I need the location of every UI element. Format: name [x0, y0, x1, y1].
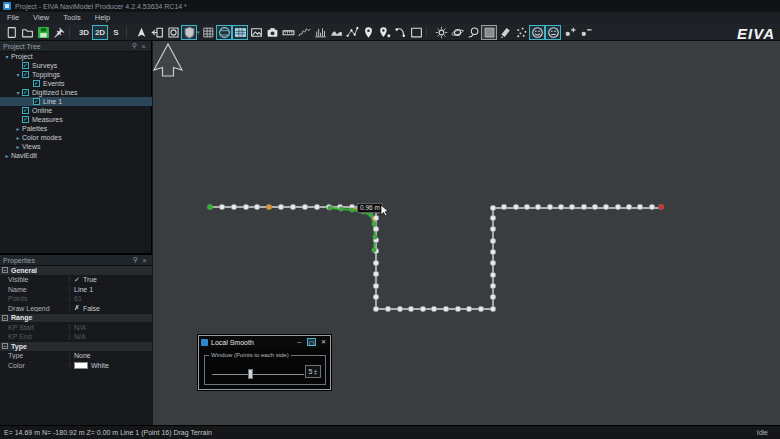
location-pin-add-icon[interactable]	[376, 25, 392, 40]
property-row-name[interactable]: NameLine 1	[0, 285, 152, 295]
route-points-icon[interactable]	[344, 25, 360, 40]
tree-item-toppings[interactable]: ▾✓Toppings	[0, 70, 152, 79]
profile-bars-icon[interactable]	[312, 25, 328, 40]
tree-item-naviedit[interactable]: ▸NaviEdit	[0, 151, 152, 160]
grid-icon[interactable]	[200, 25, 216, 40]
window-spinbox[interactable]: 5 ▲▼	[305, 365, 321, 378]
close-icon[interactable]: ×	[140, 257, 149, 264]
expand-closed-icon[interactable]: ▸	[14, 134, 22, 141]
pin-icon[interactable]: ⚲	[131, 256, 140, 264]
tree-item-online[interactable]: ✓Online	[0, 106, 152, 115]
tree-item-digitized-lines[interactable]: ▾✓Digitized Lines	[0, 88, 152, 97]
expand-closed-icon[interactable]: ▸	[14, 125, 22, 132]
table-icon[interactable]	[232, 25, 248, 40]
tree-checkbox[interactable]: ✓	[22, 62, 29, 69]
view-2d-button-label: 2D	[95, 28, 105, 37]
globe-icon[interactable]	[216, 25, 232, 40]
tree-checkbox[interactable]: ✓	[22, 89, 29, 96]
expand-open-icon[interactable]: ▾	[14, 71, 22, 78]
expand-closed-icon[interactable]: ▸	[14, 143, 22, 150]
smooth-face-icon[interactable]	[529, 25, 545, 40]
dialog-title-bar[interactable]: Local Smooth ─ ▢ ✕	[199, 336, 330, 348]
property-value[interactable]: 61	[70, 295, 152, 302]
expand-open-icon[interactable]: ▾	[14, 89, 22, 96]
tree-item-palettes[interactable]: ▸Palettes	[0, 124, 152, 133]
close-icon[interactable]: ×	[139, 43, 148, 50]
model-box-icon[interactable]	[165, 25, 181, 40]
tree-item-measures[interactable]: ✓Measures	[0, 115, 152, 124]
view-s-button[interactable]: S	[108, 25, 124, 40]
collapse-icon[interactable]: −	[2, 315, 8, 321]
tree-checkbox[interactable]: ✓	[33, 80, 40, 87]
import-panel-icon[interactable]	[149, 25, 165, 40]
property-value[interactable]: N/A	[70, 333, 152, 340]
scatter-points-icon[interactable]	[513, 25, 529, 40]
connect-plug-icon[interactable]	[51, 25, 67, 40]
point-add-icon[interactable]	[561, 25, 577, 40]
property-value[interactable]: Line 1	[70, 286, 152, 293]
new-document-icon[interactable]	[3, 25, 19, 40]
tree-item-color-modes[interactable]: ▸Color modes	[0, 133, 152, 142]
arc-curve-icon[interactable]	[392, 25, 408, 40]
menu-help[interactable]: Help	[88, 12, 117, 24]
property-value[interactable]: ✗False	[70, 304, 152, 312]
view-2d-button[interactable]: 2D	[92, 25, 108, 40]
tree-item-project[interactable]: ▾Project	[0, 52, 152, 61]
profile-wave-icon[interactable]	[296, 25, 312, 40]
close-button[interactable]: ✕	[319, 338, 328, 346]
rotate-hand-icon[interactable]	[465, 25, 481, 40]
property-value[interactable]: ✓True	[70, 276, 152, 284]
tree-checkbox[interactable]: ✓	[22, 71, 29, 78]
property-group-type[interactable]: −Type	[0, 342, 152, 352]
pointer-tool-icon[interactable]	[133, 25, 149, 40]
flat-shade-icon[interactable]	[481, 25, 497, 40]
pin-icon[interactable]: ⚲	[130, 42, 139, 50]
property-group-general[interactable]: −General	[0, 266, 152, 276]
property-row-visible[interactable]: Visible✓True	[0, 276, 152, 286]
property-row-points[interactable]: Points61	[0, 295, 152, 305]
tree-item-events[interactable]: ✓Events	[0, 79, 152, 88]
property-value[interactable]: White	[70, 362, 152, 369]
menu-view[interactable]: View	[26, 12, 56, 24]
paint-fill-icon[interactable]	[497, 25, 513, 40]
tree-checkbox[interactable]: ✓	[22, 107, 29, 114]
spinbox-arrows[interactable]: ▲▼	[313, 369, 317, 375]
tree-item-line-1[interactable]: ✓Line 1	[0, 97, 152, 106]
tree-item-views[interactable]: ▸Views	[0, 142, 152, 151]
property-row-type[interactable]: TypeNone	[0, 352, 152, 362]
light-sun-icon[interactable]	[433, 25, 449, 40]
rectangle-select-icon[interactable]	[408, 25, 424, 40]
tree-item-surveys[interactable]: ✓Surveys	[0, 61, 152, 70]
property-row-color[interactable]: ColorWhite	[0, 361, 152, 371]
property-row-kp-end[interactable]: KP EndN/A	[0, 333, 152, 343]
point-remove-icon[interactable]	[577, 25, 593, 40]
tree-checkbox[interactable]: ✓	[33, 98, 40, 105]
maximize-button[interactable]: ▢	[307, 338, 316, 346]
save-icon[interactable]	[35, 25, 51, 40]
profile-area-icon[interactable]	[328, 25, 344, 40]
property-row-draw-legend[interactable]: Draw Legend✗False	[0, 304, 152, 314]
menu-tools[interactable]: Tools	[56, 12, 88, 24]
collapse-icon[interactable]: −	[2, 267, 8, 273]
property-value[interactable]: None	[70, 352, 152, 359]
collapse-icon[interactable]: −	[2, 343, 8, 349]
window-slider[interactable]	[212, 369, 304, 379]
menu-file[interactable]: File	[0, 12, 26, 24]
property-group-range[interactable]: −Range	[0, 314, 152, 324]
image-icon[interactable]	[248, 25, 264, 40]
expand-open-icon[interactable]: ▾	[3, 53, 11, 60]
shield-icon[interactable]	[181, 25, 197, 40]
camera-icon[interactable]	[264, 25, 280, 40]
ruler-icon[interactable]	[280, 25, 296, 40]
orbit-sphere-icon[interactable]	[449, 25, 465, 40]
smooth-face-alt-icon[interactable]	[545, 25, 561, 40]
property-value[interactable]: N/A	[70, 324, 152, 331]
view-3d-button[interactable]: 3D	[76, 25, 92, 40]
expand-closed-icon[interactable]: ▸	[3, 152, 11, 159]
open-folder-icon[interactable]	[19, 25, 35, 40]
minimize-button[interactable]: ─	[295, 338, 304, 346]
slider-handle[interactable]	[248, 369, 253, 379]
location-pin-icon[interactable]	[360, 25, 376, 40]
property-row-kp-start[interactable]: KP StartN/A	[0, 323, 152, 333]
tree-checkbox[interactable]: ✓	[22, 116, 29, 123]
